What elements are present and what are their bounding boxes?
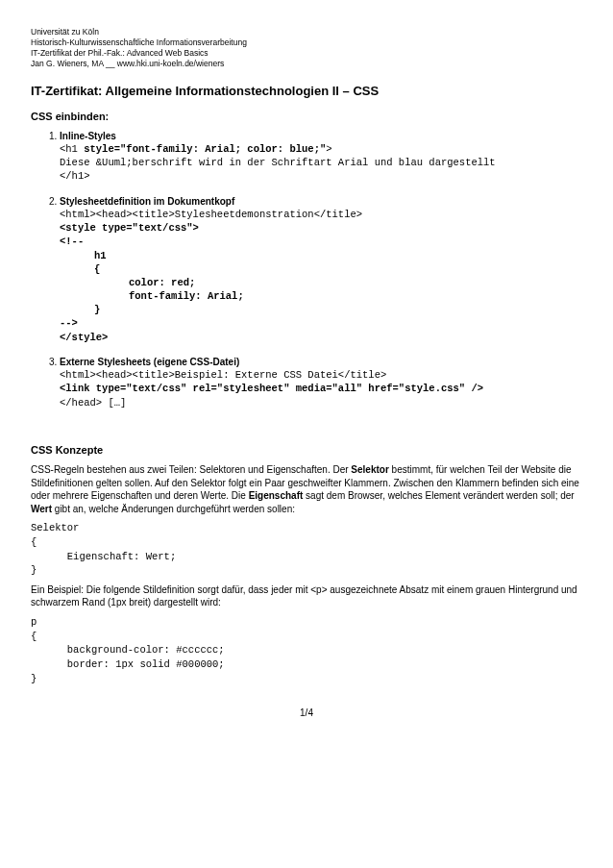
text-bold: Wert: [31, 504, 52, 514]
code-text-bold: </style>: [60, 332, 108, 343]
text-bold: Selektor: [351, 464, 388, 475]
code-block: <html><head><title>Stylesheetdemonstrati…: [60, 208, 582, 344]
document-header: Universität zu Köln Historisch-Kulturwis…: [31, 27, 582, 69]
header-line-2: Historisch-Kulturwissenschaftliche Infor…: [31, 37, 582, 48]
code-text-bold: font-family: Arial;: [60, 289, 582, 303]
text: CSS-Regeln bestehen aus zwei Teilen: Sel…: [31, 464, 351, 475]
header-line-1: Universität zu Köln: [31, 27, 582, 37]
code-text: Diese &Uuml;berschrift wird in der Schri…: [60, 157, 496, 168]
code-text-bold: -->: [60, 317, 78, 329]
text: gibt an, welche Änderungen durchgeführt …: [52, 504, 295, 514]
list-item-external-stylesheet: Externe Stylesheets (eigene CSS-Datei) <…: [60, 356, 582, 409]
item-title: Inline-Styles: [60, 131, 116, 141]
css-einbinden-list: Inline-Styles <h1 style="font-family: Ar…: [31, 130, 582, 409]
text: sagt dem Browser, welches Element veränd…: [303, 490, 574, 501]
item-title: Externe Stylesheets (eigene CSS-Datei): [60, 357, 239, 367]
code-text-bold: color: red;: [60, 276, 582, 289]
code-block: <h1 style="font-family: Arial; color: bl…: [60, 142, 582, 184]
code-text: >: [326, 143, 331, 155]
header-line-3: IT-Zertifikat der Phil.-Fak.: Advanced W…: [31, 48, 582, 59]
code-text-bold: style="font-family: Arial; color: blue;": [84, 143, 326, 155]
code-text: <html><head><title>Stylesheetdemonstrati…: [60, 209, 362, 220]
item-title: Stylesheetdefinition im Dokumentkopf: [60, 196, 234, 207]
code-block-example-p: p { background-color: #cccccc; border: 1…: [31, 615, 582, 685]
page-number: 1/4: [31, 707, 582, 720]
list-item-inline-styles: Inline-Styles <h1 style="font-family: Ar…: [60, 130, 582, 184]
code-text-bold: <style type="text/css">: [60, 222, 199, 234]
text-bold: Eigenschaft: [249, 490, 304, 501]
section-css-konzepte-heading: CSS Konzepte: [31, 443, 582, 458]
code-text-bold: <link type="text/css" rel="stylesheet" m…: [60, 383, 483, 394]
code-text: </head> […]: [60, 397, 126, 409]
concepts-paragraph-2: Ein Beispiel: Die folgende Stildefinitio…: [31, 583, 582, 609]
code-text: <html><head><title>Beispiel: Externe CSS…: [60, 369, 386, 381]
code-text-bold: h1: [60, 249, 582, 262]
list-item-stylesheet-head: Stylesheetdefinition im Dokumentkopf <ht…: [60, 195, 582, 344]
header-line-4: Jan G. Wieners, MA __ www.hki.uni-koeln.…: [31, 59, 582, 69]
section-css-einbinden-heading: CSS einbinden:: [31, 110, 582, 124]
code-block: <html><head><title>Beispiel: Externe CSS…: [60, 368, 582, 409]
code-text-bold: {: [60, 262, 582, 276]
code-text-bold: }: [60, 303, 582, 316]
code-text: </h1>: [60, 170, 90, 182]
code-text-bold: <!--: [60, 236, 84, 247]
code-block-selector: Selektor { Eigenschaft: Wert; }: [31, 521, 582, 578]
page-title: IT-Zertifikat: Allgemeine Informationste…: [31, 83, 582, 100]
concepts-paragraph-1: CSS-Regeln bestehen aus zwei Teilen: Sel…: [31, 463, 582, 515]
code-text: <h1: [60, 143, 84, 155]
